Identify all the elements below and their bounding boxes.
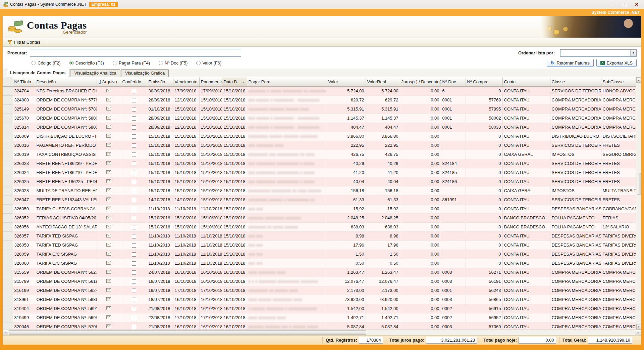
cell-venc[interactable]: 11/10/2018 bbox=[173, 250, 199, 259]
cell-emissao[interactable]: 18/07/2018 bbox=[147, 295, 173, 304]
cell-pagar-para[interactable]: xxxx xxxxxx xxxxxxxxx xxxx bbox=[247, 295, 327, 304]
cell-descricao[interactable]: FERIAS AQUISITIVO 04/05/2017 a ... bbox=[35, 213, 97, 222]
cell-valorreal[interactable]: 40,29 bbox=[366, 159, 400, 168]
cell-doc[interactable]: 0002 bbox=[441, 313, 466, 322]
mail-icon[interactable] bbox=[106, 261, 111, 265]
cell-pag[interactable]: 15/10/2018 bbox=[199, 95, 222, 104]
checkbox[interactable] bbox=[132, 261, 136, 266]
cell-descricao[interactable]: TAXA CONTRIBUIÇAO ASSISTENCIAL bbox=[35, 150, 97, 159]
cell-baixa[interactable]: 15/10/2018 bbox=[222, 114, 247, 123]
cell-conta[interactable]: CONTA ITAU bbox=[502, 277, 550, 286]
cell-valorreal[interactable]: 15,92 bbox=[366, 204, 400, 213]
cell-classe[interactable]: COMPRA MERCADORIA bbox=[550, 277, 601, 286]
cell-titulo[interactable]: 326016 bbox=[13, 141, 35, 150]
cell-juros[interactable]: 0,00 bbox=[400, 150, 441, 159]
horizontal-scrollbar[interactable]: ◄ ► bbox=[3, 330, 641, 335]
cell-emissao[interactable]: 11/10/2018 bbox=[147, 240, 173, 250]
cell-conta[interactable]: CONTA ITAU bbox=[502, 95, 550, 104]
cell-valorreal[interactable]: 12.076,47 bbox=[366, 277, 400, 286]
cell-sub[interactable]: FRETES bbox=[601, 177, 636, 186]
mail-icon[interactable] bbox=[106, 252, 111, 256]
cell-venc[interactable]: 11/10/2018 bbox=[173, 240, 199, 250]
cell-sub[interactable]: FERIAS bbox=[601, 213, 636, 222]
mail-icon[interactable] bbox=[106, 179, 111, 183]
cell-conta[interactable]: CONTA ITAU bbox=[502, 268, 550, 277]
cell-valor[interactable]: 629,72 bbox=[327, 95, 366, 104]
cell-venc[interactable]: 16/10/2018 bbox=[173, 277, 199, 286]
cell-doc[interactable] bbox=[441, 204, 466, 213]
attachment-cell[interactable] bbox=[97, 123, 121, 132]
checkbox[interactable] bbox=[132, 307, 136, 311]
cell-emissao[interactable]: 21/08/2018 bbox=[147, 322, 173, 330]
cell-juros[interactable]: 0,00 bbox=[400, 195, 441, 204]
cell-baixa[interactable]: 15/10/2018 bbox=[222, 141, 247, 150]
cell-juros[interactable]: 0,00 bbox=[400, 104, 441, 114]
attachment-cell[interactable] bbox=[97, 286, 121, 295]
checkbox[interactable] bbox=[132, 289, 136, 293]
cell-descricao[interactable]: FRETE REF.NF 186225 - PEDRO HU... bbox=[35, 177, 97, 186]
cell-classe[interactable]: COMPRA MERCADORIA bbox=[550, 322, 601, 330]
attachment-cell[interactable] bbox=[97, 259, 121, 268]
cell-valorreal[interactable]: 0,50 bbox=[366, 259, 400, 268]
cell-classe[interactable]: COMPRA MERCADORIA bbox=[550, 304, 601, 313]
cell-emissao[interactable]: 15/10/2018 bbox=[147, 141, 173, 150]
row-selector[interactable] bbox=[3, 286, 13, 295]
mail-icon[interactable] bbox=[106, 297, 111, 301]
cell-doc[interactable]: 0003 bbox=[441, 268, 466, 277]
conferido-cell[interactable] bbox=[121, 150, 147, 159]
cell-conta[interactable]: CONTA ITAU bbox=[502, 322, 550, 330]
cell-venc[interactable]: 14/10/2018 bbox=[173, 195, 199, 204]
cell-baixa[interactable]: 15/10/2018 bbox=[222, 95, 247, 104]
cell-sub[interactable]: COMPRA MERCADORIA bbox=[601, 313, 636, 322]
cell-compra[interactable]: 56915 bbox=[466, 304, 502, 313]
cell-venc[interactable]: 11/10/2018 bbox=[173, 204, 199, 213]
conferido-cell[interactable] bbox=[121, 268, 147, 277]
cell-pag[interactable]: 15/10/2018 bbox=[199, 177, 222, 186]
cell-baixa[interactable]: 15/10/2018 bbox=[222, 231, 247, 240]
cell-emissao[interactable]: 15/10/2018 bbox=[147, 186, 173, 195]
cell-descricao[interactable]: ORDEM DE COMPRA Nº: 57895, N... bbox=[35, 104, 97, 114]
cell-baixa[interactable]: 15/10/2018 bbox=[222, 259, 247, 268]
column-header[interactable]: Nº Doc bbox=[441, 77, 466, 86]
conferido-cell[interactable] bbox=[121, 177, 147, 186]
column-header[interactable]: Vencimento bbox=[173, 77, 199, 86]
cell-venc[interactable]: 15/10/2018 bbox=[173, 222, 199, 231]
cell-compra[interactable]: 0 bbox=[466, 86, 502, 95]
cell-compra[interactable]: 0 bbox=[466, 159, 502, 168]
attachment-cell[interactable] bbox=[97, 304, 121, 313]
cell-sub[interactable]: FRETES bbox=[601, 168, 636, 177]
cell-valor[interactable]: 40,04 bbox=[327, 177, 366, 186]
conferido-cell[interactable] bbox=[121, 240, 147, 250]
cell-compra[interactable]: 0 bbox=[466, 195, 502, 204]
mail-icon[interactable] bbox=[106, 134, 111, 138]
cell-juros[interactable]: 0,00 bbox=[400, 123, 441, 132]
cell-pagar-para[interactable]: xxx xxx bbox=[247, 204, 327, 213]
cell-baixa[interactable]: 15/10/2018 bbox=[222, 104, 247, 114]
cell-titulo[interactable]: 326056 bbox=[13, 222, 35, 231]
cell-descricao[interactable]: FRETE REF.NF186210 - PEDRO HU... bbox=[35, 168, 97, 177]
checkbox[interactable] bbox=[132, 198, 136, 202]
row-selector[interactable] bbox=[3, 95, 13, 104]
cell-doc[interactable]: 824186 bbox=[441, 177, 466, 186]
cell-emissao[interactable]: 15/10/2018 bbox=[147, 177, 173, 186]
cell-doc[interactable]: 0001 bbox=[441, 95, 466, 104]
cell-sub[interactable]: FRETES bbox=[601, 195, 636, 204]
cell-descricao[interactable]: ORDEM DE COMPRA Nº: 56865, N... bbox=[35, 295, 97, 304]
attachment-cell[interactable] bbox=[97, 168, 121, 177]
cell-valor[interactable]: 404,47 bbox=[327, 123, 366, 132]
cell-pag[interactable]: 15/10/2018 bbox=[199, 141, 222, 150]
maximize-button[interactable] bbox=[619, 0, 631, 8]
attachment-cell[interactable] bbox=[97, 150, 121, 159]
table-row[interactable]: 316199ORDEM DE COMPRA Nº: 56243, N...19/… bbox=[3, 286, 636, 295]
cell-emissao[interactable]: 18/07/2018 bbox=[147, 277, 173, 286]
cell-titulo[interactable]: 324704 bbox=[13, 86, 35, 95]
row-selector[interactable] bbox=[3, 186, 13, 195]
export-xls-button[interactable]: X Exportar XLS bbox=[596, 59, 637, 67]
cell-compra[interactable]: 57060 bbox=[466, 322, 502, 330]
cell-valorreal[interactable]: 5.087,84 bbox=[366, 322, 400, 330]
cell-venc[interactable]: 16/10/2018 bbox=[173, 268, 199, 277]
search-input[interactable] bbox=[30, 49, 241, 57]
cell-titulo[interactable]: 326059 bbox=[13, 250, 35, 259]
cell-doc[interactable]: 0003 bbox=[441, 322, 466, 330]
cell-compra[interactable]: 0 bbox=[466, 141, 502, 150]
